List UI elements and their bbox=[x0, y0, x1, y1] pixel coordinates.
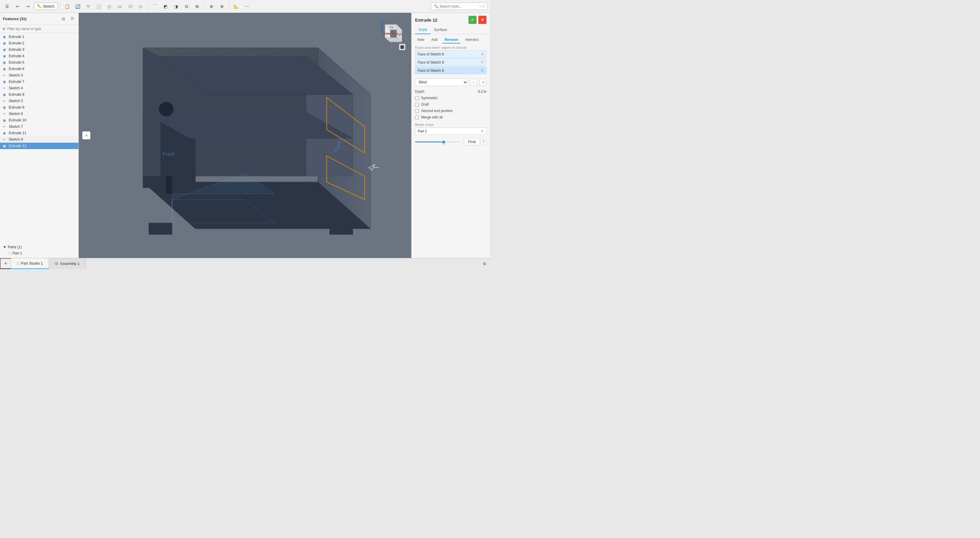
help-button[interactable]: ? bbox=[480, 138, 487, 145]
tab-surface[interactable]: Surface bbox=[431, 25, 450, 34]
face-chip-1-remove[interactable]: ✕ bbox=[480, 52, 484, 56]
feature-item-14[interactable]: ▣Extrude 10 bbox=[0, 117, 78, 123]
redo-button[interactable]: ↪ bbox=[23, 2, 33, 11]
tab-part-studio[interactable]: □ Part Studio 1 bbox=[11, 258, 49, 269]
feature-item-3[interactable]: ▣Extrude 3 bbox=[0, 46, 78, 53]
svg-marker-10 bbox=[149, 223, 172, 235]
loft-btn[interactable]: ⬡ bbox=[126, 2, 135, 11]
feature-item-17[interactable]: ✏Sketch 8 bbox=[0, 136, 78, 143]
feature-item-4[interactable]: ▣Extrude 4 bbox=[0, 53, 78, 59]
tool-measure[interactable]: 📐 bbox=[232, 2, 241, 11]
end-type-row: Blind Through All Up to Face Up to Verte… bbox=[412, 76, 490, 88]
revolve-btn[interactable]: ◻ bbox=[105, 2, 114, 11]
feature-label-16: Extrude 11 bbox=[9, 131, 26, 135]
add-tab-button[interactable]: + bbox=[0, 258, 11, 269]
tool-chamfer[interactable]: ◩ bbox=[161, 2, 170, 11]
second-end-checkbox[interactable] bbox=[415, 109, 419, 113]
feature-label-12: Extrude 9 bbox=[9, 105, 24, 110]
undo-button[interactable]: ↩ bbox=[13, 2, 22, 11]
sweep-btn[interactable]: ▭ bbox=[115, 2, 124, 11]
menu-button[interactable]: ☰ bbox=[2, 2, 12, 11]
search-input[interactable] bbox=[439, 5, 477, 8]
tool-boolean[interactable]: ⊕ bbox=[207, 2, 216, 11]
viewcube-selector[interactable]: ⬛ bbox=[399, 44, 406, 50]
sketch-icon-9: ✏ bbox=[3, 86, 7, 90]
op-add[interactable]: Add bbox=[429, 37, 440, 43]
tab-assembly[interactable]: ⚙ Assembly 1 bbox=[49, 258, 86, 269]
feature-item-15[interactable]: ✏Sketch 7 bbox=[0, 123, 78, 130]
svg-marker-17 bbox=[166, 176, 172, 194]
sketch-icon-7: ✏ bbox=[3, 73, 7, 77]
extrude-btn[interactable]: ⬜ bbox=[94, 2, 103, 11]
3d-model: Front Right bbox=[79, 13, 411, 258]
ok-button[interactable]: ✓ bbox=[468, 16, 477, 24]
face-chip-2-remove[interactable]: ✕ bbox=[480, 60, 484, 64]
parts-header[interactable]: ▼ Parts (1) bbox=[3, 245, 76, 249]
extrude-icon-12: ▣ bbox=[3, 106, 7, 110]
symmetric-label: Symmetric bbox=[421, 96, 438, 100]
extrude-panel: Extrude 12 ✓ ✕ Solid Surface New Add Rem… bbox=[411, 13, 490, 258]
bottom-settings-button[interactable]: ⚙ bbox=[479, 258, 490, 269]
feature-item-10[interactable]: ▣Extrude 8 bbox=[0, 91, 78, 98]
slider-track[interactable] bbox=[415, 142, 461, 142]
feature-label-9: Sketch 4 bbox=[9, 86, 23, 90]
feature-item-5[interactable]: ▣Extrude 5 bbox=[0, 59, 78, 66]
face-chip-3-remove[interactable]: ✕ bbox=[480, 68, 484, 73]
feature-item-12[interactable]: ▣Extrude 9 bbox=[0, 104, 78, 111]
merge-scope-chip[interactable]: Part 1 ✕ bbox=[415, 127, 487, 135]
feature-item-9[interactable]: ✏Sketch 4 bbox=[0, 85, 78, 91]
face-chip-2[interactable]: Face of Sketch 8 ✕ bbox=[415, 59, 487, 66]
canvas-tool-list[interactable]: ≡ bbox=[82, 131, 91, 140]
draft-checkbox[interactable] bbox=[415, 103, 419, 107]
feature-item-13[interactable]: ✏Sketch 6 bbox=[0, 111, 78, 117]
feature-label-8: Extrude 7 bbox=[9, 80, 24, 84]
sketch-button[interactable]: ✏️ Sketch bbox=[34, 3, 58, 10]
tool-draft[interactable]: ◨ bbox=[172, 2, 181, 11]
extrude-icon-1: ▣ bbox=[3, 35, 7, 39]
symmetric-checkbox[interactable] bbox=[415, 96, 419, 100]
shell-btn[interactable]: ◇ bbox=[136, 2, 146, 11]
collapse-all-button[interactable]: ⊟ bbox=[60, 15, 67, 22]
op-new[interactable]: New bbox=[415, 37, 427, 43]
cancel-button[interactable]: ✕ bbox=[478, 16, 487, 24]
feature-label-11: Sketch 5 bbox=[9, 99, 23, 103]
tool-pattern[interactable]: ⊞ bbox=[192, 2, 202, 11]
tab-solid[interactable]: Solid bbox=[415, 25, 431, 34]
feature-item-6[interactable]: ▣Extrude 6 bbox=[0, 66, 78, 72]
feature-item-1[interactable]: ▣Extrude 1 bbox=[0, 33, 78, 40]
slider-thumb[interactable] bbox=[442, 140, 445, 144]
tool-mirror[interactable]: ⊟ bbox=[182, 2, 191, 11]
sketch-label: Sketch bbox=[43, 4, 54, 8]
end-type-select[interactable]: Blind Through All Up to Face Up to Verte… bbox=[415, 78, 468, 86]
face-chip-1-label: Face of Sketch 8 bbox=[418, 52, 444, 56]
final-button[interactable]: Final bbox=[464, 138, 480, 145]
merge-scope-section-label: Merge scope bbox=[415, 123, 487, 126]
filter-input[interactable] bbox=[7, 27, 76, 31]
tool-btn-3[interactable]: ▽ bbox=[84, 2, 93, 11]
canvas-area[interactable]: Front Right ≡ Top Front bbox=[79, 13, 411, 258]
feature-item-2[interactable]: ▣Extrude 2 bbox=[0, 40, 78, 46]
merge-all-checkbox[interactable] bbox=[415, 116, 419, 119]
op-intersect[interactable]: Intersect bbox=[463, 37, 481, 43]
feature-item-16[interactable]: ▣Extrude 11 bbox=[0, 130, 78, 136]
merge-scope-remove[interactable]: ✕ bbox=[480, 129, 484, 133]
svg-marker-33 bbox=[393, 32, 395, 34]
extrude-icon-4: ▣ bbox=[3, 54, 7, 58]
face-chip-1[interactable]: Face of Sketch 8 ✕ bbox=[415, 51, 487, 58]
tool-more[interactable]: ⋯ bbox=[242, 2, 251, 11]
feature-item-8[interactable]: ▣Extrude 7 bbox=[0, 78, 78, 85]
canvas-left-toolbar: ≡ bbox=[82, 131, 91, 140]
feature-item-11[interactable]: ✏Sketch 5 bbox=[0, 98, 78, 104]
op-remove[interactable]: Remove bbox=[442, 37, 461, 43]
feature-item-7[interactable]: ✏Sketch 3 bbox=[0, 72, 78, 78]
face-chip-3[interactable]: Face of Sketch 8 ✕ bbox=[415, 67, 487, 74]
tool-split[interactable]: ⊗ bbox=[217, 2, 227, 11]
history-button[interactable]: ⏱ bbox=[68, 15, 76, 22]
flip-direction-2-button[interactable]: ↗ bbox=[479, 79, 487, 86]
tool-btn-2[interactable]: 🔄 bbox=[73, 2, 83, 11]
part-item[interactable]: □ Part 1 bbox=[3, 250, 76, 256]
flip-direction-button[interactable]: ↕ bbox=[470, 79, 477, 86]
feature-item-18[interactable]: ▣Extrude 12 bbox=[0, 143, 78, 149]
tool-fillet[interactable]: ⌒ bbox=[151, 2, 160, 11]
tool-btn-1[interactable]: 📋 bbox=[63, 2, 72, 11]
